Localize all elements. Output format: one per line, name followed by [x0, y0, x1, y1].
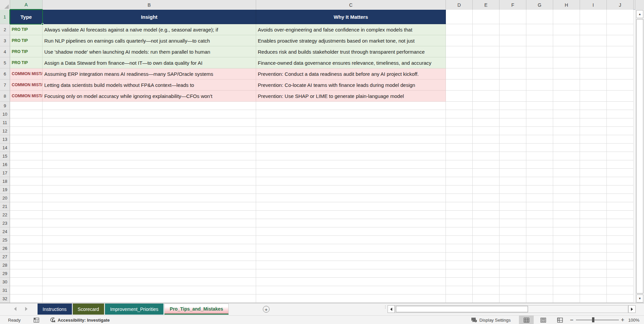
cell-I10[interactable] [580, 110, 607, 118]
cell-J4[interactable] [607, 46, 634, 57]
previous-sheet-arrow-icon[interactable] [14, 307, 16, 311]
column-header-F[interactable]: F [500, 0, 526, 10]
cell-I28[interactable] [580, 261, 607, 269]
row-header-8[interactable]: 8 [0, 91, 10, 102]
cell-E27[interactable] [473, 253, 500, 261]
cell-G15[interactable] [526, 152, 553, 160]
cell-C23[interactable] [256, 219, 446, 227]
cell-G3[interactable] [526, 35, 553, 46]
cell-B26[interactable] [43, 244, 256, 253]
cell-H8[interactable] [553, 91, 580, 102]
cell-H9[interactable] [553, 102, 580, 110]
cell-F17[interactable] [500, 169, 526, 177]
cell-I5[interactable] [580, 57, 607, 68]
row-header-14[interactable]: 14 [0, 144, 10, 152]
cell-I24[interactable] [580, 227, 607, 236]
cell-C18[interactable] [256, 177, 446, 185]
cell-A3[interactable]: PRO TIP [10, 35, 43, 46]
cell-E7[interactable] [473, 79, 500, 91]
cell-H22[interactable] [553, 211, 580, 219]
cell-D19[interactable] [446, 185, 473, 194]
cell-C4[interactable]: Reduces risk and builds stakeholder trus… [256, 46, 446, 57]
cell-I18[interactable] [580, 177, 607, 185]
vertical-scrollbar-thumb[interactable] [636, 19, 643, 293]
cell-H29[interactable] [553, 269, 580, 278]
cell-D18[interactable] [446, 177, 473, 185]
cell-D29[interactable] [446, 269, 473, 278]
cell-H10[interactable] [553, 110, 580, 118]
cell-B19[interactable] [43, 185, 256, 194]
cell-G6[interactable] [526, 68, 553, 79]
cell-D2[interactable] [446, 24, 473, 35]
cell-F21[interactable] [500, 202, 526, 211]
column-header-G[interactable]: G [526, 0, 553, 10]
cell-F9[interactable] [500, 102, 526, 110]
cell-B3[interactable]: Run NLP pipelines on earnings calls quar… [43, 35, 256, 46]
cell-E2[interactable] [473, 24, 500, 35]
cell-I11[interactable] [580, 118, 607, 127]
cell-J18[interactable] [607, 177, 634, 185]
cell-C6[interactable]: Prevention: Conduct a data readiness aud… [256, 68, 446, 79]
cell-H16[interactable] [553, 160, 580, 169]
cell-G23[interactable] [526, 219, 553, 227]
cell-G10[interactable] [526, 110, 553, 118]
row-header-30[interactable]: 30 [0, 278, 10, 286]
cell-A15[interactable] [10, 152, 43, 160]
cell-F28[interactable] [500, 261, 526, 269]
row-header-29[interactable]: 29 [0, 269, 10, 278]
cell-F27[interactable] [500, 253, 526, 261]
cell-J32[interactable] [607, 294, 634, 303]
cell-C3[interactable]: Enables proactive strategy adjustments b… [256, 35, 446, 46]
row-header-18[interactable]: 18 [0, 177, 10, 185]
column-header-C[interactable]: C [256, 0, 446, 10]
cell-A20[interactable] [10, 194, 43, 202]
new-sheet-button[interactable]: + [263, 306, 270, 313]
horizontal-scrollbar[interactable] [395, 305, 628, 313]
cell-A21[interactable] [10, 202, 43, 211]
zoom-out-button[interactable]: − [570, 316, 574, 324]
cell-B13[interactable] [43, 135, 256, 144]
cell-A8[interactable]: COMMON MISTAKE [10, 91, 43, 102]
cell-C22[interactable] [256, 211, 446, 219]
cell-C26[interactable] [256, 244, 446, 253]
cell-F6[interactable] [500, 68, 526, 79]
cell-F12[interactable] [500, 127, 526, 135]
cell-C28[interactable] [256, 261, 446, 269]
cell-G16[interactable] [526, 160, 553, 169]
cell-J29[interactable] [607, 269, 634, 278]
cell-I13[interactable] [580, 135, 607, 144]
cell-J26[interactable] [607, 244, 634, 253]
row-header-26[interactable]: 26 [0, 244, 10, 253]
cell-D13[interactable] [446, 135, 473, 144]
cell-D25[interactable] [446, 236, 473, 244]
cell-A25[interactable] [10, 236, 43, 244]
cell-I27[interactable] [580, 253, 607, 261]
row-header-23[interactable]: 23 [0, 219, 10, 227]
cell-E14[interactable] [473, 144, 500, 152]
cell-A23[interactable] [10, 219, 43, 227]
cell-F4[interactable] [500, 46, 526, 57]
cell-E28[interactable] [473, 261, 500, 269]
cell-B11[interactable] [43, 118, 256, 127]
cell-D3[interactable] [446, 35, 473, 46]
cell-I6[interactable] [580, 68, 607, 79]
row-header-15[interactable]: 15 [0, 152, 10, 160]
cell-G7[interactable] [526, 79, 553, 91]
cell-H2[interactable] [553, 24, 580, 35]
cell-J3[interactable] [607, 35, 634, 46]
cell-E22[interactable] [473, 211, 500, 219]
cell-C12[interactable] [256, 127, 446, 135]
cell-E6[interactable] [473, 68, 500, 79]
cell-J6[interactable] [607, 68, 634, 79]
cell-A18[interactable] [10, 177, 43, 185]
accessibility-status-button[interactable]: Accessibility: Investigate [50, 316, 110, 324]
column-header-E[interactable]: E [473, 0, 500, 10]
cell-G29[interactable] [526, 269, 553, 278]
cell-C30[interactable] [256, 278, 446, 286]
cell-H26[interactable] [553, 244, 580, 253]
cell-J25[interactable] [607, 236, 634, 244]
cell-H14[interactable] [553, 144, 580, 152]
cell-I12[interactable] [580, 127, 607, 135]
cell-G21[interactable] [526, 202, 553, 211]
cell-B15[interactable] [43, 152, 256, 160]
